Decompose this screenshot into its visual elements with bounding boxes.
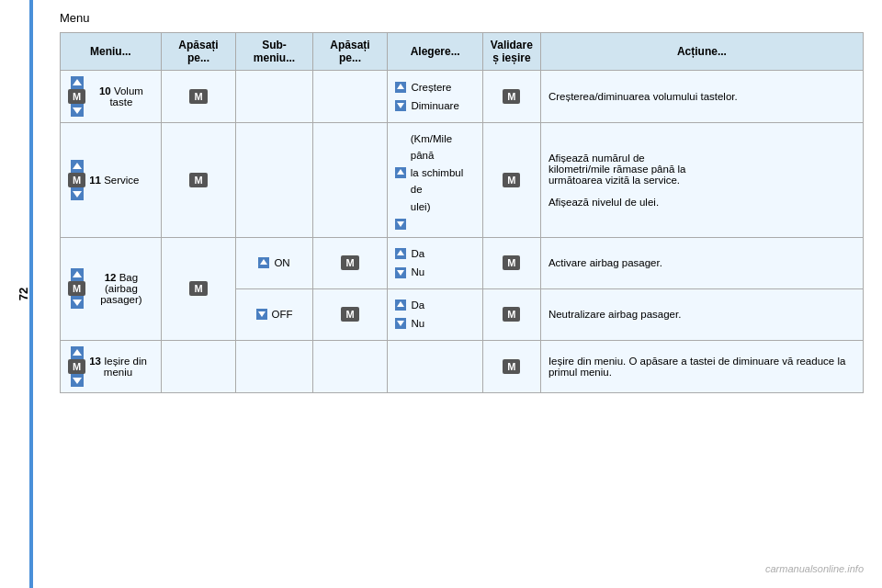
choice-up-icon [395,82,406,93]
validate-col-13: M [482,340,540,392]
choice-label: (Km/Mile pânăla schimbul deulei) [411,130,475,215]
menu-item-10: M 10 Volum taste [61,71,162,123]
m-button: M [341,307,358,322]
col-header-validate: Validareș ieșire [482,33,540,71]
m-button: M [189,89,207,104]
submenu-press-col-10 [312,71,388,123]
menu-item-label: 11 Service [89,175,139,186]
m-button: M [68,281,85,296]
choice-on-col: Da Nu [388,237,482,288]
action-on-col: Activare airbag pasager. [540,237,863,288]
choice-nu: Nu [411,264,424,280]
menu-table: Meniu... Apăsați pe... Sub-meniu... Apăs… [60,32,864,393]
action-col-11: Afișează numărul dekilometri/mile rămase… [540,123,863,238]
arrow-up-icon [71,76,84,89]
page-number: 72 [17,288,30,300]
submenu-col-10 [236,71,312,123]
validate-off-col: M [482,288,540,340]
submenu-off-label: OFF [272,309,293,320]
m-button: M [68,173,85,187]
col-header-press2: Apăsați pe... [312,33,388,71]
choice-da: Da [411,245,424,262]
arrow-down-icon [71,104,84,117]
submenu-up-icon [258,257,269,268]
choice-label: Creștere [411,79,451,96]
m-button: M [68,359,85,374]
submenu-on-col: ON [236,237,312,288]
arrow-up-icon [71,346,84,359]
col-header-choice: Alegere... [388,33,482,71]
choice-down-icon [395,219,406,230]
m-button: M [189,281,207,296]
submenu-col-11 [236,123,312,238]
submenu-press-col-11 [312,123,388,238]
col-header-submenu: Sub-meniu... [236,33,312,71]
table-row: M 10 Volum taste M Creștere [61,71,864,123]
submenu-down-icon [256,309,267,320]
choice-col-13 [388,340,482,392]
action-col-13: Ieșire din meniu. O apăsare a tastei de … [540,340,863,392]
choice-off-col: Da Nu [388,288,482,340]
choice-up-icon [395,167,405,178]
choice-nu: Nu [411,315,424,332]
action-col-10: Creșterea/diminuarea volumului tastelor. [540,71,863,123]
arrow-down-icon [71,296,84,309]
submenu-on-label: ON [274,257,289,268]
validate-on-col: M [482,237,540,288]
watermark: carmanualsonline.info [765,563,864,574]
press-col-11: M [161,123,236,238]
col-header-press1: Apăsați pe... [161,33,236,71]
m-button: M [503,173,520,187]
action-off-col: Neutralizare airbag pasager. [540,288,863,340]
submenu-press-off: M [312,288,388,340]
submenu-press-on: M [312,237,388,288]
choice-down-icon [395,267,406,278]
choice-down-icon [395,100,406,111]
choice-col-10: Creștere Diminuare [388,71,482,123]
press-col-13 [161,340,236,392]
validate-col-11: M [482,123,540,238]
col-header-action: Acțiune... [540,33,863,71]
arrow-down-icon [71,187,84,200]
choice-da: Da [411,297,424,313]
menu-item-label: 13 Ieșire dinmeniu [89,356,147,378]
submenu-off-col: OFF [236,288,312,340]
submenu-col-13 [236,340,312,392]
validate-col-10: M [482,71,540,123]
m-button: M [503,255,520,270]
table-row: M 13 Ieșire dinmeniu M Ieșire din meniu.… [61,340,864,392]
menu-item-12: M 12 Bag (airbagpasager) [61,237,162,340]
arrow-down-icon [71,374,84,387]
choice-label: Diminuare [411,97,458,114]
choice-up-icon [395,300,406,311]
choice-col-11: (Km/Mile pânăla schimbul deulei) [388,123,482,238]
table-row: M 12 Bag (airbagpasager) M ON [61,237,864,288]
table-row: M 11 Service M (Km/Mile pânăla schimbul … [61,123,864,238]
arrow-up-icon [71,160,84,173]
menu-item-label: 10 Volum taste [89,85,153,107]
menu-item-11: M 11 Service [61,123,162,238]
m-button: M [341,255,358,270]
page-title: Menu [60,11,864,25]
submenu-press-col-13 [312,340,388,392]
choice-down-icon [395,318,406,329]
col-header-menu: Meniu... [61,33,162,71]
press-col-12: M [161,237,236,340]
m-button: M [503,359,520,374]
menu-item-13: M 13 Ieșire dinmeniu [61,340,162,392]
m-button: M [68,89,85,104]
menu-item-label: 12 Bag (airbagpasager) [89,272,153,305]
m-button: M [189,173,207,187]
choice-up-icon [395,248,406,259]
m-button: M [503,307,520,322]
press-col-10: M [161,71,236,123]
m-button: M [503,89,520,104]
arrow-up-icon [71,268,84,281]
